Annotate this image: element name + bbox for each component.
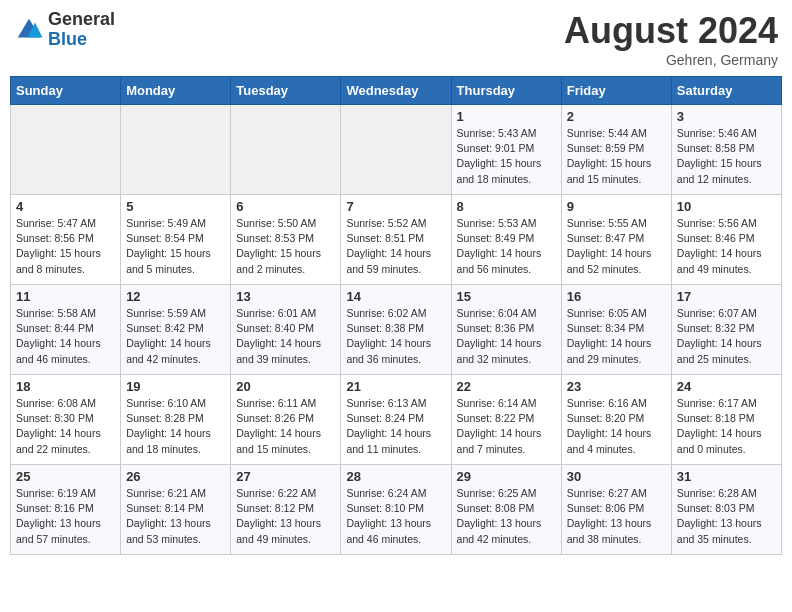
day-cell: 9Sunrise: 5:55 AM Sunset: 8:47 PM Daylig… [561,195,671,285]
day-info: Sunrise: 6:05 AM Sunset: 8:34 PM Dayligh… [567,306,666,367]
week-row-5: 25Sunrise: 6:19 AM Sunset: 8:16 PM Dayli… [11,465,782,555]
day-number: 15 [457,289,556,304]
day-cell: 18Sunrise: 6:08 AM Sunset: 8:30 PM Dayli… [11,375,121,465]
day-cell: 13Sunrise: 6:01 AM Sunset: 8:40 PM Dayli… [231,285,341,375]
day-cell [231,105,341,195]
day-number: 17 [677,289,776,304]
day-header-wednesday: Wednesday [341,77,451,105]
day-number: 7 [346,199,445,214]
day-cell: 28Sunrise: 6:24 AM Sunset: 8:10 PM Dayli… [341,465,451,555]
day-cell: 16Sunrise: 6:05 AM Sunset: 8:34 PM Dayli… [561,285,671,375]
day-number: 29 [457,469,556,484]
day-cell: 3Sunrise: 5:46 AM Sunset: 8:58 PM Daylig… [671,105,781,195]
calendar-body: 1Sunrise: 5:43 AM Sunset: 9:01 PM Daylig… [11,105,782,555]
day-number: 24 [677,379,776,394]
header-row: SundayMondayTuesdayWednesdayThursdayFrid… [11,77,782,105]
day-cell: 22Sunrise: 6:14 AM Sunset: 8:22 PM Dayli… [451,375,561,465]
day-number: 3 [677,109,776,124]
day-number: 26 [126,469,225,484]
logo: General Blue [14,10,115,50]
week-row-4: 18Sunrise: 6:08 AM Sunset: 8:30 PM Dayli… [11,375,782,465]
logo-blue-text: Blue [48,30,115,50]
day-info: Sunrise: 6:21 AM Sunset: 8:14 PM Dayligh… [126,486,225,547]
day-cell: 21Sunrise: 6:13 AM Sunset: 8:24 PM Dayli… [341,375,451,465]
day-info: Sunrise: 6:22 AM Sunset: 8:12 PM Dayligh… [236,486,335,547]
day-info: Sunrise: 6:10 AM Sunset: 8:28 PM Dayligh… [126,396,225,457]
day-cell: 1Sunrise: 5:43 AM Sunset: 9:01 PM Daylig… [451,105,561,195]
day-info: Sunrise: 6:14 AM Sunset: 8:22 PM Dayligh… [457,396,556,457]
day-info: Sunrise: 5:56 AM Sunset: 8:46 PM Dayligh… [677,216,776,277]
day-info: Sunrise: 5:50 AM Sunset: 8:53 PM Dayligh… [236,216,335,277]
logo-icon [14,15,44,45]
day-number: 5 [126,199,225,214]
week-row-1: 1Sunrise: 5:43 AM Sunset: 9:01 PM Daylig… [11,105,782,195]
day-cell: 12Sunrise: 5:59 AM Sunset: 8:42 PM Dayli… [121,285,231,375]
day-header-friday: Friday [561,77,671,105]
day-number: 23 [567,379,666,394]
day-cell: 15Sunrise: 6:04 AM Sunset: 8:36 PM Dayli… [451,285,561,375]
day-info: Sunrise: 6:11 AM Sunset: 8:26 PM Dayligh… [236,396,335,457]
day-number: 11 [16,289,115,304]
day-number: 12 [126,289,225,304]
day-cell: 11Sunrise: 5:58 AM Sunset: 8:44 PM Dayli… [11,285,121,375]
day-info: Sunrise: 5:53 AM Sunset: 8:49 PM Dayligh… [457,216,556,277]
location-text: Gehren, Germany [564,52,778,68]
day-number: 10 [677,199,776,214]
day-header-sunday: Sunday [11,77,121,105]
day-number: 13 [236,289,335,304]
week-row-2: 4Sunrise: 5:47 AM Sunset: 8:56 PM Daylig… [11,195,782,285]
day-number: 27 [236,469,335,484]
day-number: 6 [236,199,335,214]
day-info: Sunrise: 6:27 AM Sunset: 8:06 PM Dayligh… [567,486,666,547]
logo-general-text: General [48,10,115,30]
day-number: 18 [16,379,115,394]
logo-text: General Blue [48,10,115,50]
day-cell: 6Sunrise: 5:50 AM Sunset: 8:53 PM Daylig… [231,195,341,285]
day-header-tuesday: Tuesday [231,77,341,105]
day-number: 25 [16,469,115,484]
day-cell: 5Sunrise: 5:49 AM Sunset: 8:54 PM Daylig… [121,195,231,285]
day-cell: 19Sunrise: 6:10 AM Sunset: 8:28 PM Dayli… [121,375,231,465]
day-number: 19 [126,379,225,394]
day-info: Sunrise: 5:55 AM Sunset: 8:47 PM Dayligh… [567,216,666,277]
day-cell [121,105,231,195]
day-info: Sunrise: 6:25 AM Sunset: 8:08 PM Dayligh… [457,486,556,547]
day-header-thursday: Thursday [451,77,561,105]
day-number: 14 [346,289,445,304]
day-number: 4 [16,199,115,214]
day-cell [341,105,451,195]
day-cell: 24Sunrise: 6:17 AM Sunset: 8:18 PM Dayli… [671,375,781,465]
day-cell: 8Sunrise: 5:53 AM Sunset: 8:49 PM Daylig… [451,195,561,285]
day-number: 28 [346,469,445,484]
day-info: Sunrise: 5:43 AM Sunset: 9:01 PM Dayligh… [457,126,556,187]
day-header-saturday: Saturday [671,77,781,105]
day-info: Sunrise: 6:24 AM Sunset: 8:10 PM Dayligh… [346,486,445,547]
title-area: August 2024 Gehren, Germany [564,10,778,68]
day-info: Sunrise: 6:17 AM Sunset: 8:18 PM Dayligh… [677,396,776,457]
day-number: 16 [567,289,666,304]
day-info: Sunrise: 6:19 AM Sunset: 8:16 PM Dayligh… [16,486,115,547]
day-cell: 25Sunrise: 6:19 AM Sunset: 8:16 PM Dayli… [11,465,121,555]
day-info: Sunrise: 6:07 AM Sunset: 8:32 PM Dayligh… [677,306,776,367]
day-number: 20 [236,379,335,394]
day-info: Sunrise: 5:58 AM Sunset: 8:44 PM Dayligh… [16,306,115,367]
day-info: Sunrise: 6:01 AM Sunset: 8:40 PM Dayligh… [236,306,335,367]
day-cell: 4Sunrise: 5:47 AM Sunset: 8:56 PM Daylig… [11,195,121,285]
day-cell: 30Sunrise: 6:27 AM Sunset: 8:06 PM Dayli… [561,465,671,555]
day-number: 2 [567,109,666,124]
day-info: Sunrise: 6:28 AM Sunset: 8:03 PM Dayligh… [677,486,776,547]
day-number: 1 [457,109,556,124]
day-header-monday: Monday [121,77,231,105]
day-info: Sunrise: 5:59 AM Sunset: 8:42 PM Dayligh… [126,306,225,367]
day-cell: 2Sunrise: 5:44 AM Sunset: 8:59 PM Daylig… [561,105,671,195]
day-info: Sunrise: 6:08 AM Sunset: 8:30 PM Dayligh… [16,396,115,457]
day-cell: 31Sunrise: 6:28 AM Sunset: 8:03 PM Dayli… [671,465,781,555]
day-number: 21 [346,379,445,394]
page-header: General Blue August 2024 Gehren, Germany [10,10,782,68]
calendar-table: SundayMondayTuesdayWednesdayThursdayFrid… [10,76,782,555]
day-info: Sunrise: 5:49 AM Sunset: 8:54 PM Dayligh… [126,216,225,277]
day-info: Sunrise: 6:16 AM Sunset: 8:20 PM Dayligh… [567,396,666,457]
day-number: 31 [677,469,776,484]
day-cell [11,105,121,195]
day-number: 22 [457,379,556,394]
